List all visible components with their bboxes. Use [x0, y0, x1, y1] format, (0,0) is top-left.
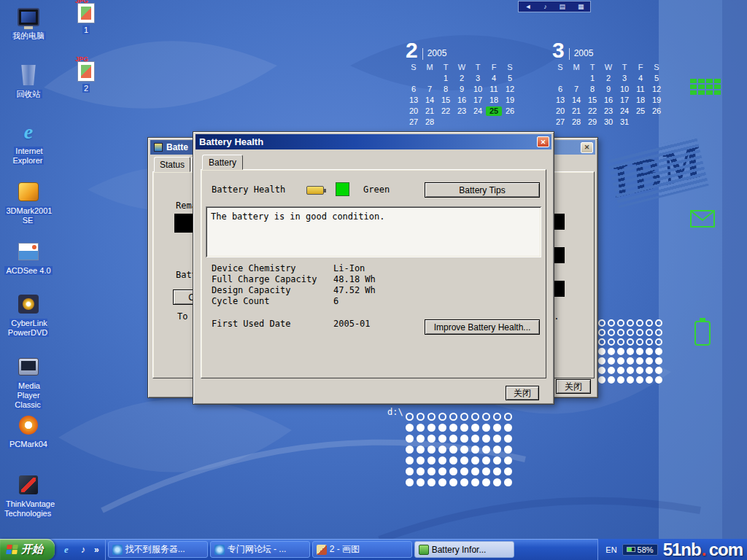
decor-dot	[598, 357, 605, 365]
decor-dot	[438, 467, 446, 475]
start-button[interactable]: 开始	[0, 539, 55, 560]
decor-dot	[504, 424, 512, 432]
task-label: 找不到服务器...	[125, 543, 185, 556]
decor-dot	[471, 446, 479, 454]
battery-icon	[419, 545, 429, 555]
desktop-icon-acdsee[interactable]: ACDSee 4.0	[4, 239, 53, 276]
decor-dot	[617, 367, 624, 374]
decor-dot	[493, 435, 501, 443]
battery-tips-button[interactable]: Battery Tips	[425, 182, 540, 198]
calendar-date: 25	[486, 106, 502, 116]
volume-icon[interactable]: ◄	[525, 4, 531, 10]
icon-label: PCMark04	[4, 440, 53, 449]
decor-dot	[482, 413, 490, 421]
close-button[interactable]: 关闭	[556, 379, 591, 394]
calendar-date: 21	[568, 106, 584, 116]
task-button-forum[interactable]: 专门网论坛 - ...	[210, 541, 310, 558]
decor-dot	[636, 367, 643, 374]
decor-dot	[655, 367, 662, 374]
calendar-date: 28	[422, 117, 438, 127]
desktop: ◄ ♪ ▤ ▦ 2 2005 SMTWTFS123456789101112131…	[0, 0, 747, 560]
decor-dot	[449, 435, 457, 443]
desktop-icon-internet-explorer[interactable]: e Internet Explorer	[4, 120, 53, 166]
decor-dot	[608, 338, 615, 346]
calendar-date: 23	[454, 106, 470, 116]
calendar-date: 14	[568, 96, 584, 105]
close-icon[interactable]: ✕	[581, 142, 593, 153]
calendar-date: 18	[486, 96, 502, 105]
improve-battery-health-button[interactable]: Improve Battery Health...	[425, 319, 540, 335]
note-icon[interactable]: ♪	[543, 4, 547, 10]
calendar-day-header: S	[502, 63, 518, 72]
task-button-battery-information[interactable]: Battery Infor...	[414, 541, 514, 558]
decor-dot	[504, 456, 512, 464]
decor-dot	[460, 424, 468, 432]
desktop-file-2[interactable]: JPG 2	[70, 61, 102, 93]
decor-dot	[449, 424, 457, 432]
decor-dot	[438, 478, 446, 486]
field-label: First Used Date	[212, 319, 290, 329]
close-button[interactable]: 关闭	[506, 386, 539, 400]
calendar-date: 17	[470, 96, 486, 105]
decor-dot	[427, 456, 436, 464]
pcmark-icon	[15, 413, 42, 438]
desktop-icon-thinkvantage[interactable]: ThinkVantage Technologies	[4, 472, 53, 518]
calendar-day-header: S	[552, 63, 568, 72]
calendar-date: 31	[616, 117, 632, 127]
desktop-icon-recycle-bin[interactable]: 回收站	[4, 63, 53, 99]
icon-label: 1	[70, 26, 102, 35]
battery-tray-indicator[interactable]: 58%	[622, 544, 658, 556]
task-button-server-not-found[interactable]: 找不到服务器...	[108, 541, 208, 558]
media-quicklaunch-icon[interactable]: ♪	[77, 544, 89, 556]
jpg-file-icon: JPG	[77, 61, 95, 82]
calendar-date: 30	[600, 117, 616, 127]
decor-dot	[627, 357, 634, 365]
mini-toolbar[interactable]: ◄ ♪ ▤ ▦	[518, 1, 591, 12]
decor-dot	[482, 456, 490, 464]
battery-health-titlebar[interactable]: Battery Health ✕	[196, 134, 551, 149]
decor-dot	[636, 319, 643, 327]
media-player-classic-icon	[15, 354, 42, 379]
field-value: Li-Ion	[333, 263, 365, 273]
decor-dot	[406, 446, 414, 454]
task-button-paint[interactable]: 2 - 画图	[312, 541, 412, 558]
window-title: Batte	[166, 142, 188, 152]
doc-icon[interactable]: ▦	[578, 4, 584, 10]
tab-status[interactable]: Status	[154, 157, 190, 172]
ie-quicklaunch-icon[interactable]: e	[61, 544, 72, 556]
calendar-header: 2 2005	[406, 40, 522, 60]
calendar-year: 2005	[422, 48, 447, 60]
decor-dot	[598, 376, 605, 384]
calendar-day-header: W	[454, 63, 470, 72]
language-indicator[interactable]: EN	[605, 545, 616, 554]
condition-textbox[interactable]: The battery is in good condition.	[206, 206, 541, 257]
calendar-month: 3	[552, 40, 565, 60]
calendar-date: 15	[438, 96, 454, 105]
field-value: 48.18 Wh	[333, 274, 376, 284]
decor-dot	[646, 348, 653, 355]
calendar-grid: SMTWTFS123456789101112131415161718192021…	[406, 63, 522, 127]
decor-dot	[460, 413, 468, 421]
decor-dot	[504, 446, 512, 454]
desktop-icon-media-player-classic[interactable]: Media Player Classic	[4, 354, 53, 411]
icon-label: ThinkVantage Technologies	[4, 499, 53, 518]
decor-dot	[617, 376, 624, 384]
decor-dot	[646, 329, 653, 336]
chevron-icon[interactable]: »	[94, 545, 99, 555]
decor-dot	[504, 478, 512, 486]
decor-dot	[598, 319, 605, 327]
tab-battery[interactable]: Battery	[202, 155, 243, 170]
desktop-icon-my-computer[interactable]: 我的电脑	[4, 4, 53, 41]
desktop-file-1[interactable]: JPG 1	[70, 3, 102, 35]
icon-label: Internet Explorer	[4, 147, 53, 166]
calendar-february-2005: 2 2005 SMTWTFS12345678910111213141516171…	[406, 40, 522, 127]
decor-dot	[438, 456, 446, 464]
close-icon[interactable]: ✕	[537, 136, 549, 147]
desktop-icon-powerdvd[interactable]: CyberLink PowerDVD	[4, 292, 53, 338]
panel-icon[interactable]: ▤	[560, 4, 566, 10]
decor-dot	[646, 338, 653, 346]
decor-dot	[427, 467, 436, 475]
tab-label: Status	[160, 160, 185, 170]
desktop-icon-3dmark2001[interactable]: 3DMark2001 SE	[4, 179, 53, 225]
desktop-icon-pcmark04[interactable]: PCMark04	[4, 413, 53, 449]
